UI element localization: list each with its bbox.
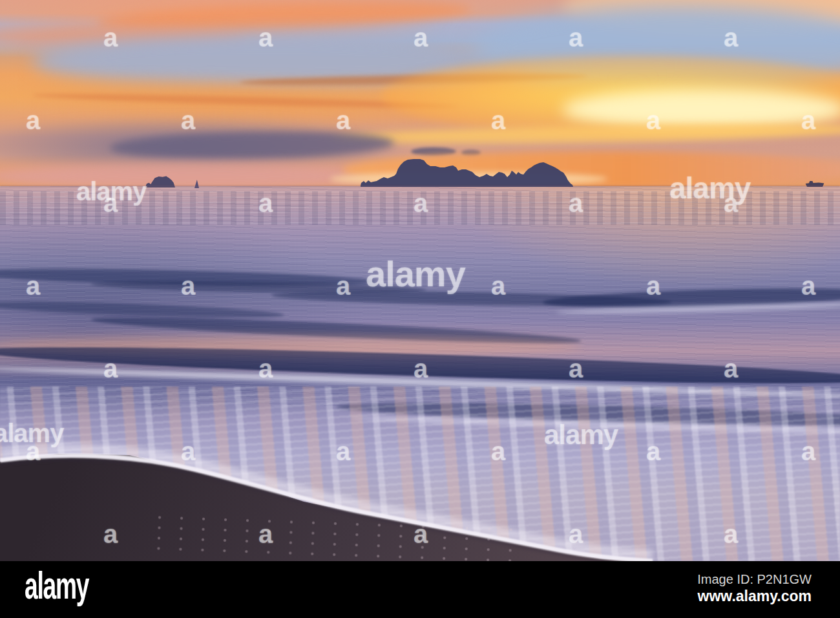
- photo: aaaaaaaaaaaaaaaaaaaaaaaaaaaaaaaaaaaaaaal…: [0, 0, 840, 561]
- image-id-label: Image ID:: [697, 572, 753, 586]
- foam-edge: [0, 414, 840, 561]
- image-id-value: P2N1GW: [757, 572, 812, 586]
- image-id: Image ID: P2N1GW: [697, 571, 812, 587]
- stock-photo-preview: aaaaaaaaaaaaaaaaaaaaaaaaaaaaaaaaaaaaaaal…: [0, 0, 840, 618]
- alamy-logo: alamy: [25, 566, 89, 605]
- sun-glow-core: [562, 89, 840, 129]
- horizon-line: [0, 186, 840, 187]
- footer-credits: Image ID: P2N1GW www.alamy.com: [697, 571, 812, 606]
- footer-bar: alamy Image ID: P2N1GW www.alamy.com: [0, 561, 840, 618]
- sea-ripple-texture: [0, 191, 840, 225]
- alamy-url: www.alamy.com: [697, 587, 812, 606]
- island-silhouette: [355, 157, 575, 187]
